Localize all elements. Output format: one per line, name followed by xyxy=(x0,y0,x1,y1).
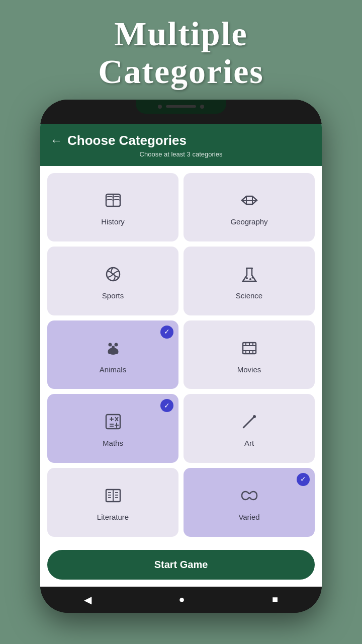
svg-point-8 xyxy=(114,343,118,346)
geography-icon xyxy=(239,190,259,213)
art-icon xyxy=(239,412,259,435)
animals-check: ✓ xyxy=(160,326,173,339)
svg-point-6 xyxy=(251,277,253,278)
nav-bar: ◀ ● ■ xyxy=(40,587,322,613)
varied-label: Varied xyxy=(238,513,259,521)
science-label: Science xyxy=(236,291,262,300)
sports-label: Sports xyxy=(102,291,124,300)
science-icon xyxy=(239,264,259,287)
animals-label: Animals xyxy=(100,365,126,374)
svg-point-12 xyxy=(115,349,118,354)
back-button[interactable]: ← xyxy=(50,134,62,147)
phone-wrapper: ← Choose Categories Choose at least 3 ca… xyxy=(40,100,322,613)
svg-point-11 xyxy=(108,349,111,354)
varied-icon xyxy=(239,486,259,509)
category-sports[interactable]: Sports xyxy=(47,247,178,315)
screen-subtitle: Choose at least 3 categories xyxy=(140,150,223,158)
svg-point-31 xyxy=(253,415,256,418)
literature-icon xyxy=(103,486,123,509)
art-label: Art xyxy=(244,439,254,447)
category-science[interactable]: Science xyxy=(184,247,315,315)
category-maths[interactable]: Maths ✓ xyxy=(47,394,178,463)
category-history[interactable]: History xyxy=(47,173,178,242)
start-game-button[interactable]: Start Game xyxy=(47,550,315,580)
page-title: Multiple Categories xyxy=(98,15,264,91)
category-geography[interactable]: Geography xyxy=(184,173,315,242)
maths-check: ✓ xyxy=(160,399,173,412)
history-icon xyxy=(103,190,123,213)
nav-back-icon[interactable]: ◀ xyxy=(84,594,92,606)
phone-screen: ← Choose Categories Choose at least 3 ca… xyxy=(40,124,322,587)
category-art[interactable]: Art xyxy=(184,394,315,463)
notch-area xyxy=(40,100,322,124)
app-header: ← Choose Categories Choose at least 3 ca… xyxy=(40,124,322,166)
maths-label: Maths xyxy=(103,439,123,447)
geography-label: Geography xyxy=(230,217,267,226)
category-movies[interactable]: Movies xyxy=(184,320,315,389)
literature-label: Literature xyxy=(97,513,129,521)
nav-square-icon[interactable]: ■ xyxy=(272,594,278,605)
movies-icon xyxy=(239,338,259,361)
varied-check: ✓ xyxy=(297,473,310,486)
category-literature[interactable]: Literature xyxy=(47,468,178,537)
categories-grid: History Geography xyxy=(40,166,322,544)
history-label: History xyxy=(101,217,125,226)
animals-icon xyxy=(103,338,123,361)
svg-point-7 xyxy=(108,343,112,346)
category-animals[interactable]: Animals ✓ xyxy=(47,320,178,389)
svg-point-4 xyxy=(246,277,248,279)
category-varied[interactable]: Varied ✓ xyxy=(184,468,315,537)
nav-home-icon[interactable]: ● xyxy=(178,594,185,605)
svg-point-5 xyxy=(249,278,251,280)
sports-icon xyxy=(103,264,123,287)
movies-label: Movies xyxy=(237,365,261,374)
screen-title: Choose Categories xyxy=(67,133,187,148)
bottom-bar: Start Game xyxy=(40,544,322,587)
maths-icon xyxy=(103,412,123,435)
